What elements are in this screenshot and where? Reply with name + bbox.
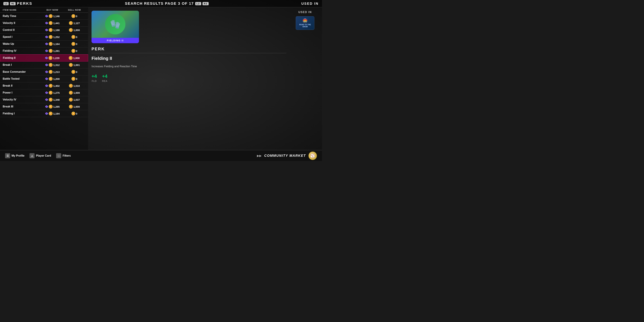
buy-value: 1,281 <box>53 50 60 52</box>
table-row[interactable]: Wake Up S 1,164 S 0 <box>0 40 88 48</box>
left-panel: ITEM NAME BUY NOW SELL NOW Rally Time S … <box>0 7 88 150</box>
item-name: Break II <box>3 84 41 87</box>
buy-price: S 1,213 <box>41 70 64 74</box>
buy-value: 1,200 <box>53 78 60 80</box>
buy-value: 1,146 <box>53 15 60 18</box>
stubs-icon: S <box>72 14 75 18</box>
filters-icon-symbol: □ <box>58 154 59 157</box>
buy-price: S 1,285 <box>41 105 64 108</box>
item-name: Power I <box>3 91 41 94</box>
glove-icon: 🧤 <box>110 19 120 29</box>
stubs-icon: S <box>49 14 52 18</box>
table-row[interactable]: Control II S 1,188 S 1,000 <box>0 26 88 34</box>
sell-price: S 0 <box>64 49 86 53</box>
player-card-button[interactable]: △ Player Card <box>30 153 51 158</box>
table-row[interactable]: Break II S 1,402 S 1,010 <box>0 82 88 89</box>
l2-button[interactable]: L2 <box>195 2 201 5</box>
table-row[interactable]: Speed I S 1,252 S 0 <box>0 34 88 40</box>
buy-value: 1,402 <box>53 84 60 87</box>
filters-button[interactable]: □ Filters <box>56 153 71 158</box>
perk-type-label: PERK <box>92 46 286 53</box>
table-row[interactable]: Fielding II S 1,229 S 1,000 <box>0 54 88 62</box>
table-row[interactable]: Break III S 1,285 S 1,000 <box>0 103 88 110</box>
item-name: Velocity IV <box>3 98 41 101</box>
stubs-icon: S <box>49 77 52 81</box>
col-buy-now: BUY NOW <box>41 9 64 11</box>
sell-price: S 1,000 <box>64 91 86 94</box>
table-row[interactable]: Rally Time S 1,146 S 0 <box>0 13 88 20</box>
svg-marker-4 <box>46 43 48 45</box>
item-name: Rally Time <box>3 14 41 18</box>
my-profile-icon: ☰ <box>5 153 10 158</box>
col-sell-now: SELL NOW <box>64 9 86 11</box>
stubs-icon: S <box>49 63 52 67</box>
buy-price: S 1,188 <box>41 28 64 32</box>
table-header: ITEM NAME BUY NOW SELL NOW <box>0 7 88 13</box>
sell-value: 0 <box>76 78 77 80</box>
table-row[interactable]: Power I S 1,275 S 1,000 <box>0 89 88 96</box>
item-name: Battle Tested <box>3 77 41 80</box>
perk-circle: 🧤 <box>105 14 126 34</box>
perk-info-section: PERK Fielding II Increases Fielding and … <box>92 46 286 146</box>
svg-marker-6 <box>45 57 48 59</box>
r2-button[interactable]: R2 <box>202 2 209 5</box>
perk-card-image: 🧤 <box>92 11 139 38</box>
buy-value: 1,188 <box>53 29 60 32</box>
svg-marker-5 <box>46 50 48 52</box>
perk-stat-rea-value: +4 <box>102 74 108 79</box>
stubs-icon: S <box>49 112 52 116</box>
sell-price: S 1,037 <box>64 98 86 102</box>
table-row[interactable]: Velocity II S 1,441 S 1,127 <box>0 20 88 26</box>
sell-value: 1,000 <box>74 29 80 32</box>
main-container: L1 R1 PERKS SEARCH RESULTS PAGE 3 OF 17 … <box>0 0 322 161</box>
sell-value: 1,000 <box>74 105 80 108</box>
sell-price: S 0 <box>64 77 86 81</box>
l1-button[interactable]: L1 <box>4 2 9 5</box>
table-row[interactable]: Break I S 1,312 S 1,001 <box>0 62 88 68</box>
buy-value: 1,213 <box>53 70 60 74</box>
table-row[interactable]: Fielding I S 1,194 S 0 <box>0 110 88 117</box>
sell-value: 0 <box>76 42 77 46</box>
svg-marker-7 <box>46 64 48 66</box>
search-results-title: SEARCH RESULTS PAGE 3 OF 17 L2 R2 <box>125 1 208 6</box>
stubs-icon: S <box>72 35 75 39</box>
table-row[interactable]: Base Commander S 1,213 S 0 <box>0 68 88 76</box>
svg-marker-2 <box>46 29 48 31</box>
stubs-icon: S <box>72 49 75 53</box>
svg-marker-9 <box>46 78 48 80</box>
buy-price: S 1,164 <box>41 42 64 46</box>
buy-price: S 1,441 <box>41 21 64 25</box>
stubs-icon: S <box>49 42 52 46</box>
sell-value: 1,037 <box>74 98 80 101</box>
svg-marker-0 <box>46 15 48 17</box>
content-area: ITEM NAME BUY NOW SELL NOW Rally Time S … <box>0 7 322 150</box>
buy-value: 1,194 <box>53 112 60 115</box>
stubs-icon: S <box>69 63 73 67</box>
filters-label: Filters <box>62 154 71 157</box>
sell-price: S 0 <box>64 42 86 46</box>
perk-card: 🧤 FIELDING II <box>92 11 139 43</box>
buy-value: 1,229 <box>53 56 60 60</box>
stubs-icon: S <box>69 28 73 32</box>
player-card-icon: △ <box>30 153 34 158</box>
sell-price: S 0 <box>64 35 86 39</box>
used-in-section: USED IN 🏟️ ROAD TO THE SHOW <box>292 11 318 146</box>
buy-price: S 1,200 <box>41 77 64 81</box>
stubs-icon: S <box>69 21 73 25</box>
buy-price: S 1,252 <box>41 35 64 39</box>
table-row[interactable]: Fielding IV S 1,281 S 0 <box>0 48 88 54</box>
sell-value: 0 <box>76 36 77 38</box>
item-name: Velocity II <box>3 22 41 24</box>
table-row[interactable]: Velocity IV S 1,348 S 1,037 <box>0 96 88 103</box>
item-name: Base Commander <box>3 70 41 74</box>
r1-button[interactable]: R1 <box>10 2 16 5</box>
svg-marker-12 <box>46 98 48 101</box>
sell-price: S 1,000 <box>64 28 86 32</box>
perk-stats: +4 FLD +4 REA <box>92 74 286 82</box>
used-in-title: USED IN <box>298 11 312 14</box>
table-row[interactable]: Battle Tested S 1,200 S 0 <box>0 76 88 82</box>
used-in-header: USED IN <box>301 2 318 6</box>
footer-right: ▶▶ COMMUNITY MARKET ⚾ <box>257 152 317 160</box>
buy-price: S 1,312 <box>41 63 64 67</box>
my-profile-button[interactable]: ☰ My Profile <box>5 153 24 158</box>
